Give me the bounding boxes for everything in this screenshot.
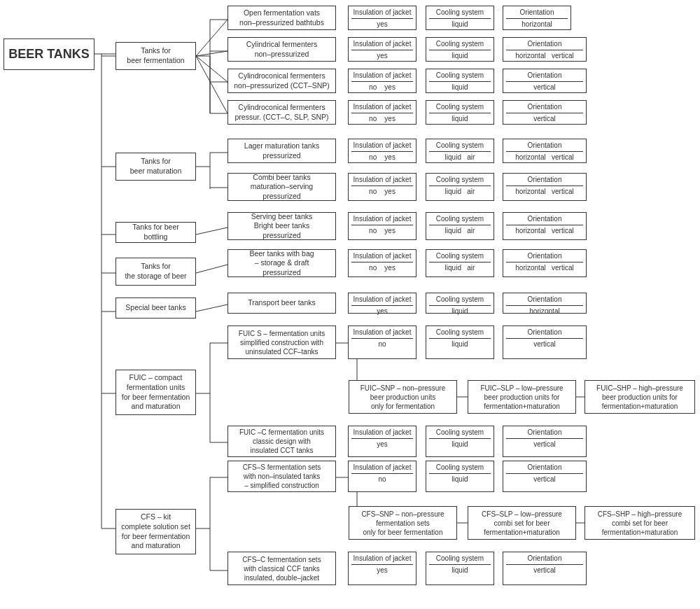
info-insulation-11: Insulation of jacket yes — [348, 426, 416, 457]
info-orient-1: Orientation horizontal — [503, 6, 571, 30]
info-insulation-9: Insulation of jacket yes — [348, 293, 416, 314]
cylindroconical-np: Cylindroconical fermentersnon–pressurize… — [227, 69, 336, 93]
fuic-snp: FUIC–SNP – non–pressurebeer production u… — [349, 380, 457, 414]
special-beer-tanks: Special beer tanks — [115, 298, 196, 318]
tanks-maturation: Tanks forbeer maturation — [115, 153, 196, 181]
info-insulation-4: Insulation of jacket no yes — [348, 100, 416, 125]
info-orient-11: Orientation vertical — [503, 426, 587, 457]
fuic-s: FUIC S – fermentation unitssimplified co… — [227, 326, 336, 359]
cfs-s: CFS–S fermentation setswith non–insulate… — [227, 461, 336, 492]
svg-line-25 — [196, 265, 227, 273]
info-orient-7: Orientation horizontal vertical — [503, 212, 587, 240]
info-insulation-3: Insulation of jacket no yes — [348, 69, 416, 93]
transport-tanks: Transport beer tanks — [227, 293, 336, 314]
info-cooling-2: Cooling system liquid — [426, 37, 494, 62]
info-cooling-13: Cooling system liquid — [426, 552, 494, 585]
info-insulation-8: Insulation of jacket no yes — [348, 249, 416, 277]
info-cooling-12: Cooling system liquid — [426, 461, 494, 492]
cfs-c: CFS–C fermentation setswith classical CC… — [227, 552, 336, 585]
info-cooling-7: Cooling system liquid air — [426, 212, 494, 240]
cylindrical-fermenters: Cylindrical fermentersnon–pressurized — [227, 37, 336, 62]
svg-line-11 — [196, 56, 227, 82]
svg-line-24 — [196, 227, 227, 234]
info-orient-8: Orientation horizontal vertical — [503, 249, 587, 277]
beer-tanks-label: BEER TANKS — [4, 38, 94, 70]
combi-beer: Combi beer tanksmaturation–servingpressu… — [227, 173, 336, 201]
info-insulation-12: Insulation of jacket no — [348, 461, 416, 492]
info-orient-9: Orientation horizontal — [503, 293, 587, 314]
info-insulation-5: Insulation of jacket no yes — [348, 139, 416, 163]
svg-line-9 — [196, 20, 227, 56]
info-insulation-6: Insulation of jacket no yes — [348, 173, 416, 201]
info-orient-5: Orientation horizontal vertical — [503, 139, 587, 163]
svg-line-10 — [196, 51, 227, 56]
info-cooling-3: Cooling system liquid — [426, 69, 494, 93]
info-cooling-4: Cooling system liquid — [426, 100, 494, 125]
lager-maturation: Lager maturation tankspressurized — [227, 139, 336, 163]
info-insulation-10: Insulation of jacket no — [348, 326, 416, 359]
info-cooling-5: Cooling system liquid air — [426, 139, 494, 163]
info-insulation-13: Insulation of jacket yes — [348, 552, 416, 585]
info-cooling-9: Cooling system liquid — [426, 293, 494, 314]
info-orient-12: Orientation vertical — [503, 461, 587, 492]
fuic-slp: FUIC–SLP – low–pressurebeer production u… — [468, 380, 576, 414]
tanks-fermentation: Tanks forbeer fermentation — [115, 42, 196, 70]
diagram: BEER TANKS Tanks forbeer fermentation Ta… — [0, 0, 700, 609]
cylindroconical-p: Cylindroconical fermenterspressur. (CCT–… — [227, 100, 336, 125]
info-orient-6: Orientation horizontal vertical — [503, 173, 587, 201]
serving-bright: Serving beer tanksBright beer tankspress… — [227, 212, 336, 240]
info-insulation-2: Insulation of jacket yes — [348, 37, 416, 62]
fuic-node: FUIC – compactfermentation unitsfor beer… — [115, 370, 196, 415]
info-insulation-1: Insulation of jacket yes — [348, 6, 416, 30]
svg-line-26 — [196, 304, 227, 312]
fuic-c: FUIC –C fermentation unitsclassic design… — [227, 426, 336, 457]
info-cooling-6: Cooling system liquid air — [426, 173, 494, 201]
svg-line-12 — [196, 56, 227, 113]
info-cooling-10: Cooling system liquid — [426, 326, 494, 359]
info-cooling-11: Cooling system liquid — [426, 426, 494, 457]
tanks-storage: Tanks forthe storage of beer — [115, 258, 196, 286]
cfs-slp: CFS–SLP – low–pressurecombi set for beer… — [468, 506, 576, 540]
info-insulation-7: Insulation of jacket no yes — [348, 212, 416, 240]
tanks-bottling: Tanks for beer bottling — [115, 222, 196, 243]
beer-bag: Beer tanks with bag– storage & draftpres… — [227, 249, 336, 277]
cfs-node: CFS – kitcomplete solution setfor beer f… — [115, 509, 196, 554]
info-cooling-8: Cooling system liquid air — [426, 249, 494, 277]
cfs-shp: CFS–SHP – high–pressurecombi set for bee… — [584, 506, 695, 540]
info-orient-4: Orientation vertical — [503, 100, 587, 125]
open-fermentation: Open fermentation vatsnon–pressurized ba… — [227, 6, 336, 30]
info-orient-13: Orientation vertical — [503, 552, 587, 585]
info-orient-2: Orientation horizontal vertical — [503, 37, 587, 62]
info-orient-3: Orientation vertical — [503, 69, 587, 93]
fuic-shp: FUIC–SHP – high–pressurebeer production … — [584, 380, 695, 414]
info-orient-10: Orientation vertical — [503, 326, 587, 359]
info-cooling-1: Cooling system liquid — [426, 6, 494, 30]
cfs-snp: CFS–SNP – non–pressurefermentation setso… — [349, 506, 457, 540]
